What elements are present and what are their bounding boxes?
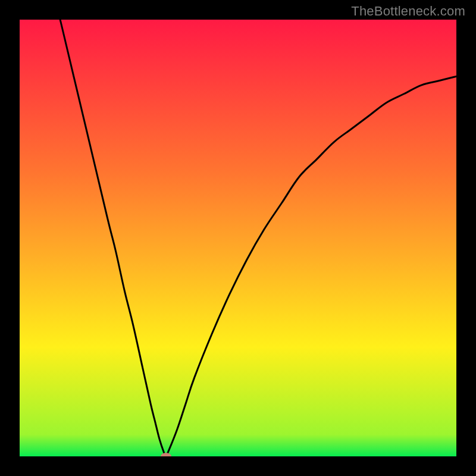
plot-area: [20, 20, 456, 456]
bottleneck-curve: [20, 20, 456, 456]
chart-stage: TheBottleneck.com: [0, 0, 476, 476]
minimum-marker: [161, 453, 171, 456]
watermark-text: TheBottleneck.com: [351, 4, 465, 19]
